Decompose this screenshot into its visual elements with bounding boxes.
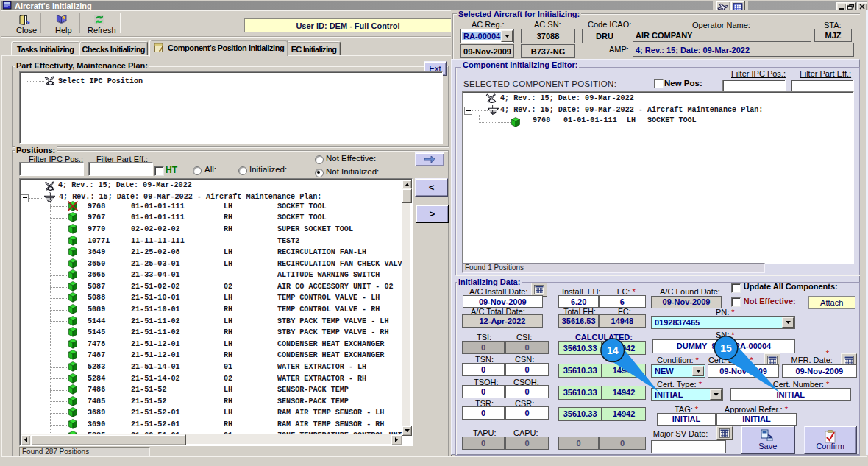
svg-text:15: 15 (720, 342, 732, 354)
svg-text:14: 14 (607, 345, 619, 356)
